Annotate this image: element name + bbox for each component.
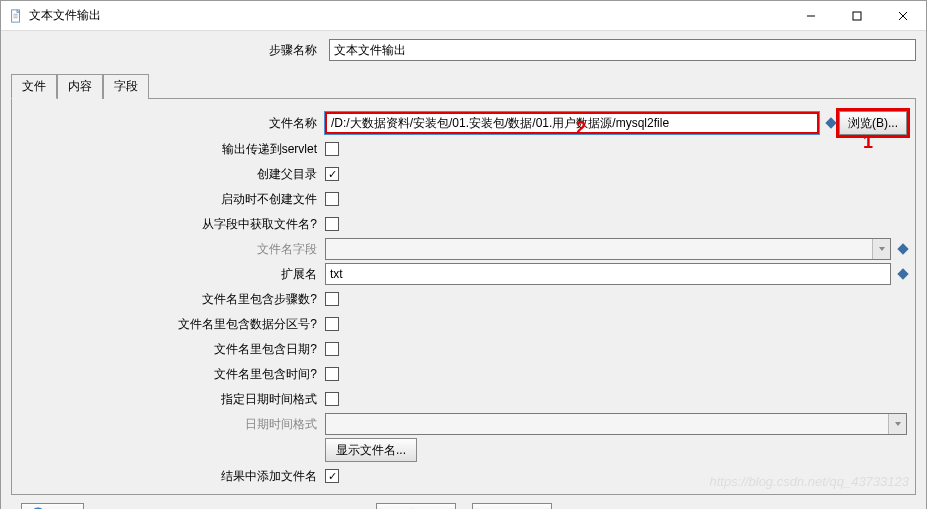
extension-input[interactable] — [325, 263, 891, 285]
minimize-button[interactable] — [788, 1, 834, 31]
no-create-start-label: 启动时不创建文件 — [20, 191, 325, 208]
ok-button[interactable]: 确定(O) — [376, 503, 456, 509]
file-name-label: 文件名称 — [20, 115, 325, 132]
specify-format-checkbox[interactable] — [325, 392, 339, 406]
svg-rect-5 — [853, 12, 861, 20]
include-step-label: 文件名里包含步骤数? — [20, 291, 325, 308]
variable-icon — [825, 117, 836, 128]
extension-label: 扩展名 — [20, 266, 325, 283]
add-to-result-checkbox[interactable] — [325, 469, 339, 483]
tab-file[interactable]: 文件 — [11, 74, 57, 99]
tab-content[interactable]: 内容 — [57, 74, 103, 99]
include-step-checkbox[interactable] — [325, 292, 339, 306]
close-button[interactable] — [880, 1, 926, 31]
no-create-start-checkbox[interactable] — [325, 192, 339, 206]
datetime-format-label: 日期时间格式 — [20, 416, 325, 433]
show-filenames-button[interactable]: 显示文件名... — [325, 438, 417, 462]
help-button[interactable]: ? Help — [21, 503, 84, 509]
add-to-result-label: 结果中添加文件名 — [20, 468, 325, 485]
filename-field-label: 文件名字段 — [20, 241, 325, 258]
create-parent-label: 创建父目录 — [20, 166, 325, 183]
include-time-checkbox[interactable] — [325, 367, 339, 381]
variable-icon — [897, 268, 908, 279]
window-title: 文本文件输出 — [29, 7, 101, 24]
variable-icon — [897, 243, 908, 254]
filename-from-field-label: 从字段中获取文件名? — [20, 216, 325, 233]
chevron-down-icon — [888, 414, 906, 434]
step-name-label: 步骤名称 — [11, 42, 321, 59]
file-name-input[interactable] — [325, 112, 819, 134]
create-parent-checkbox[interactable] — [325, 167, 339, 181]
specify-format-label: 指定日期时间格式 — [20, 391, 325, 408]
cancel-button[interactable]: 取消(C) — [472, 503, 552, 509]
filename-from-field-checkbox[interactable] — [325, 217, 339, 231]
output-servlet-checkbox[interactable] — [325, 142, 339, 156]
tab-fields[interactable]: 字段 — [103, 74, 149, 99]
include-date-label: 文件名里包含日期? — [20, 341, 325, 358]
filename-field-combo — [325, 238, 891, 260]
datetime-format-combo — [325, 413, 907, 435]
tab-body: 文件名称 浏览(B)... 输出传递到servlet 创建父目录 启动时不创建文… — [11, 99, 916, 495]
output-servlet-label: 输出传递到servlet — [20, 141, 325, 158]
document-icon — [9, 9, 23, 23]
include-partition-checkbox[interactable] — [325, 317, 339, 331]
include-time-label: 文件名里包含时间? — [20, 366, 325, 383]
maximize-button[interactable] — [834, 1, 880, 31]
tab-bar: 文件 内容 字段 — [11, 73, 916, 99]
titlebar: 文本文件输出 — [1, 1, 926, 31]
browse-button[interactable]: 浏览(B)... — [839, 111, 907, 135]
include-date-checkbox[interactable] — [325, 342, 339, 356]
include-partition-label: 文件名里包含数据分区号? — [20, 316, 325, 333]
step-name-input[interactable] — [329, 39, 916, 61]
chevron-down-icon — [872, 239, 890, 259]
